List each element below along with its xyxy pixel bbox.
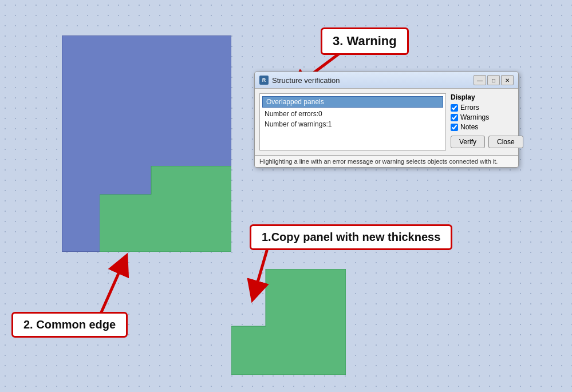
copy-panel-annotation: 1.Copy panel with new thickness bbox=[250, 224, 452, 250]
minimize-button[interactable]: — bbox=[474, 75, 486, 85]
warnings-checkbox[interactable] bbox=[451, 114, 458, 121]
dialog-options-panel: Display Errors Warnings Notes Verify Clo… bbox=[451, 93, 514, 151]
green-panel-top-svg bbox=[100, 166, 231, 252]
dialog-title-left: R Structure verification bbox=[259, 76, 340, 85]
overlapped-panels-item[interactable]: Overlapped panels bbox=[262, 96, 443, 108]
errors-checkbox-label: Errors bbox=[460, 104, 479, 112]
close-window-button[interactable]: ✕ bbox=[501, 75, 514, 85]
common-edge-annotation: 2. Common edge bbox=[11, 312, 128, 338]
dialog-status-bar: Highlighting a line with an error messag… bbox=[255, 155, 518, 167]
warnings-count-text: Number of warnings:1 bbox=[262, 119, 443, 129]
structure-verification-dialog: R Structure verification — □ ✕ Overlappe… bbox=[254, 72, 519, 168]
display-label: Display bbox=[451, 93, 514, 101]
close-button[interactable]: Close bbox=[488, 136, 523, 148]
errors-count-text: Number of errors:0 bbox=[262, 109, 443, 119]
errors-checkbox-row: Errors bbox=[451, 104, 514, 112]
warnings-checkbox-label: Warnings bbox=[460, 113, 489, 121]
dialog-titlebar: R Structure verification — □ ✕ bbox=[255, 72, 518, 89]
dialog-title-text: Structure verification bbox=[272, 76, 340, 85]
svg-line-4 bbox=[100, 263, 123, 315]
dialog-body: Overlapped panels Number of errors:0 Num… bbox=[255, 89, 518, 155]
status-bar-text: Highlighting a line with an error messag… bbox=[259, 158, 498, 165]
errors-checkbox[interactable] bbox=[451, 104, 458, 112]
dialog-app-icon: R bbox=[259, 76, 269, 85]
svg-marker-0 bbox=[100, 166, 231, 252]
green-panel-bottom-svg bbox=[231, 269, 346, 375]
warnings-checkbox-row: Warnings bbox=[451, 113, 514, 121]
copy-panel-label: 1.Copy panel with new thickness bbox=[262, 231, 440, 243]
dialog-list-panel: Overlapped panels Number of errors:0 Num… bbox=[259, 93, 446, 151]
notes-checkbox-label: Notes bbox=[460, 123, 478, 131]
dialog-controls: — □ ✕ bbox=[474, 75, 514, 85]
notes-checkbox-row: Notes bbox=[451, 123, 514, 131]
warning-annotation: 3. Warning bbox=[321, 27, 409, 55]
warning-label: 3. Warning bbox=[333, 34, 397, 48]
common-edge-label: 2. Common edge bbox=[23, 318, 116, 331]
maximize-button[interactable]: □ bbox=[487, 75, 500, 85]
verify-button[interactable]: Verify bbox=[451, 136, 485, 148]
notes-checkbox[interactable] bbox=[451, 124, 458, 131]
dialog-footer-buttons: Verify Close bbox=[451, 136, 514, 148]
svg-marker-1 bbox=[231, 269, 346, 375]
